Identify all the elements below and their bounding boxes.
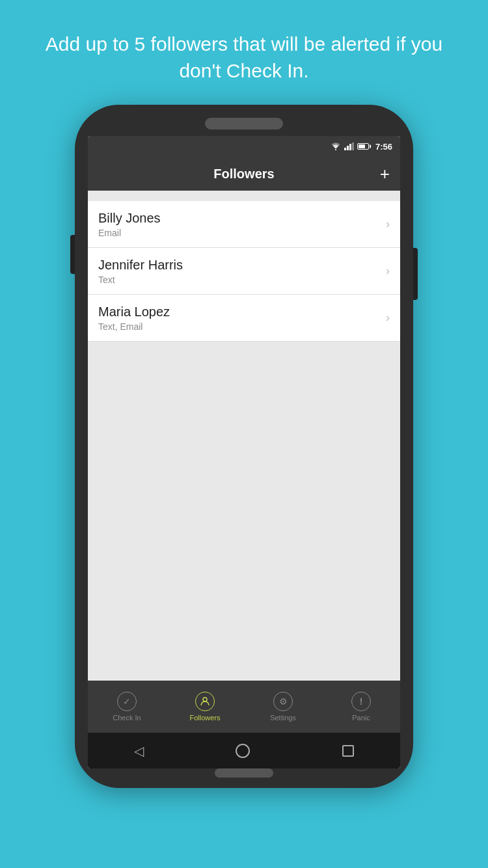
- follower-item-maria[interactable]: Maria Lopez Text, Email ›: [88, 295, 400, 342]
- back-button[interactable]: ◁: [134, 743, 144, 759]
- android-nav-bar: ◁: [88, 733, 400, 768]
- status-time: 7:56: [375, 142, 392, 152]
- chevron-icon: ›: [386, 217, 390, 231]
- checkin-icon: ✓: [117, 692, 137, 711]
- followers-list-area: Billy Jones Email › Jennifer Harris Text…: [88, 191, 400, 681]
- status-icons: [331, 142, 369, 150]
- nav-panic[interactable]: ! Panic: [322, 692, 400, 722]
- app-bar: Followers +: [88, 157, 400, 191]
- panic-icon: !: [351, 692, 371, 711]
- follower-name-maria: Maria Lopez: [98, 305, 170, 319]
- follower-contact-billy: Email: [98, 228, 161, 238]
- list-spacer: [88, 191, 400, 201]
- follower-item-jennifer[interactable]: Jennifer Harris Text ›: [88, 248, 400, 295]
- nav-panic-label: Panic: [352, 714, 370, 722]
- signal-icon: [344, 142, 354, 150]
- recents-button[interactable]: [342, 745, 354, 757]
- nav-settings[interactable]: ⚙ Settings: [244, 692, 322, 722]
- wifi-icon: [331, 142, 341, 150]
- svg-point-0: [335, 149, 336, 150]
- home-button[interactable]: [236, 744, 250, 758]
- screen: 7:56 Followers + Billy Jones Email › Jen…: [88, 136, 400, 768]
- home-indicator: [215, 768, 273, 778]
- follower-contact-maria: Text, Email: [98, 321, 170, 332]
- add-follower-button[interactable]: +: [380, 164, 390, 184]
- nav-settings-label: Settings: [270, 714, 296, 722]
- follower-contact-jennifer: Text: [98, 275, 183, 285]
- battery-icon: [357, 143, 369, 150]
- settings-icon: ⚙: [273, 692, 293, 711]
- nav-followers[interactable]: Followers: [166, 692, 244, 722]
- chevron-icon: ›: [386, 264, 390, 278]
- chevron-icon: ›: [386, 311, 390, 325]
- phone-device: 7:56 Followers + Billy Jones Email › Jen…: [75, 105, 413, 788]
- speaker: [205, 118, 283, 129]
- nav-checkin-label: Check In: [113, 714, 141, 722]
- header-text: Add up to 5 followers that will be alert…: [0, 0, 488, 105]
- svg-point-1: [203, 698, 207, 701]
- followers-icon: [195, 692, 215, 711]
- nav-followers-label: Followers: [189, 714, 220, 722]
- app-bar-title: Followers: [213, 167, 274, 182]
- nav-checkin[interactable]: ✓ Check In: [88, 692, 166, 722]
- follower-item-billy[interactable]: Billy Jones Email ›: [88, 201, 400, 248]
- status-bar: 7:56: [88, 136, 400, 157]
- bottom-nav: ✓ Check In Followers ⚙ Settings ! Panic: [88, 681, 400, 733]
- follower-name-jennifer: Jennifer Harris: [98, 258, 183, 273]
- follower-name-billy: Billy Jones: [98, 211, 161, 226]
